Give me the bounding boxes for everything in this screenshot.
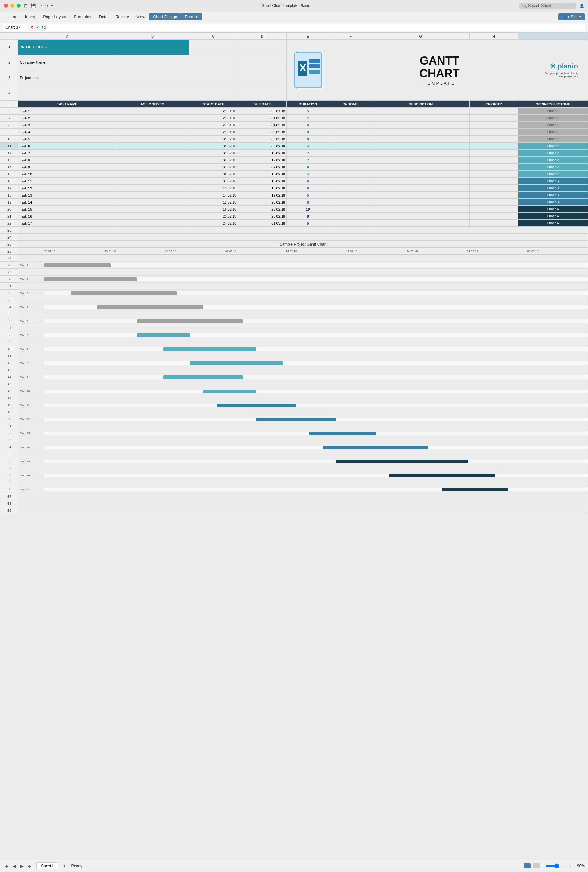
start-1[interactable]: 25.01.18 [189, 108, 238, 115]
phase-7[interactable]: Phase 2 [518, 150, 588, 157]
col-header-B[interactable]: B [116, 33, 189, 40]
done-16[interactable] [329, 213, 372, 220]
duration-12[interactable]: 6 [286, 185, 329, 192]
done-17[interactable] [329, 220, 372, 227]
start-9[interactable]: 03.02.18 [189, 164, 238, 171]
cell-name-box[interactable]: Chart 3 ▾ [3, 24, 28, 31]
desc-3[interactable] [372, 122, 469, 129]
start-15[interactable]: 16.02.18 [189, 206, 238, 213]
phase-2[interactable]: Phase 1 [518, 115, 588, 122]
start-17[interactable]: 24.02.18 [189, 220, 238, 227]
page-view-icon[interactable] [532, 863, 540, 869]
phase-13[interactable]: Phase 3 [518, 192, 588, 199]
task-name-3[interactable]: Task 3 [18, 122, 116, 129]
assigned-17[interactable] [116, 220, 189, 227]
desc-15[interactable] [372, 206, 469, 213]
assigned-1[interactable] [116, 108, 189, 115]
duration-8[interactable]: 7 [286, 157, 329, 164]
menu-format[interactable]: Format [181, 13, 202, 20]
duration-17[interactable]: 5 [286, 220, 329, 227]
start-6[interactable]: 01.02.18 [189, 143, 238, 150]
due-5[interactable]: 09.02.18 [238, 136, 286, 143]
desc-6[interactable] [372, 143, 469, 150]
done-3[interactable] [329, 122, 372, 129]
done-12[interactable] [329, 185, 372, 192]
priority-13[interactable] [470, 192, 518, 199]
nav-next[interactable]: ▶ [19, 863, 25, 869]
task-name-6[interactable]: Task 6 [18, 143, 116, 150]
col-header-A[interactable]: A [18, 33, 116, 40]
account-icon[interactable]: 👤 [579, 3, 584, 8]
done-14[interactable] [329, 199, 372, 206]
task-name-14[interactable]: Task 14 [18, 199, 116, 206]
duration-5[interactable]: 8 [286, 136, 329, 143]
redo-icon[interactable]: ↪ [45, 3, 48, 8]
duration-6[interactable]: 4 [286, 143, 329, 150]
insert-function-icon[interactable]: ƒx [41, 25, 46, 30]
duration-3[interactable]: 8 [286, 122, 329, 129]
task-name-4[interactable]: Task 4 [18, 129, 116, 136]
due-17[interactable]: 01.03.18 [238, 220, 286, 227]
start-13[interactable]: 14.02.18 [189, 192, 238, 199]
done-8[interactable] [329, 157, 372, 164]
done-1[interactable] [329, 108, 372, 115]
done-9[interactable] [329, 164, 372, 171]
duration-11[interactable]: 6 [286, 178, 329, 185]
project-lead-cell[interactable]: Project Lead [18, 70, 116, 85]
assigned-13[interactable] [116, 192, 189, 199]
priority-4[interactable] [470, 129, 518, 136]
assigned-6[interactable] [116, 143, 189, 150]
task-name-10[interactable]: Task 10 [18, 171, 116, 178]
done-7[interactable] [329, 150, 372, 157]
phase-9[interactable]: Phase 2 [518, 164, 588, 171]
done-15[interactable] [329, 206, 372, 213]
due-9[interactable]: 09.02.18 [238, 164, 286, 171]
task-name-1[interactable]: Task 1 [18, 108, 116, 115]
priority-9[interactable] [470, 164, 518, 171]
due-2[interactable]: 01.02.18 [238, 115, 286, 122]
start-11[interactable]: 07.02.18 [189, 178, 238, 185]
menu-data[interactable]: Data [95, 13, 111, 20]
col-header-G[interactable]: G [372, 33, 469, 40]
sheet-tab-1[interactable]: Sheet1 [36, 863, 58, 869]
start-5[interactable]: 01.02.18 [189, 136, 238, 143]
start-2[interactable]: 25.01.18 [189, 115, 238, 122]
desc-16[interactable] [372, 213, 469, 220]
done-4[interactable] [329, 129, 372, 136]
add-sheet-button[interactable]: + [61, 863, 68, 869]
desc-11[interactable] [372, 178, 469, 185]
project-title-cell[interactable]: PROJECT TITLE [18, 40, 189, 55]
phase-11[interactable]: Phase 3 [518, 178, 588, 185]
duration-16[interactable]: 8 [286, 213, 329, 220]
desc-7[interactable] [372, 150, 469, 157]
desc-17[interactable] [372, 220, 469, 227]
assigned-8[interactable] [116, 157, 189, 164]
done-6[interactable] [329, 143, 372, 150]
start-14[interactable]: 15.02.18 [189, 199, 238, 206]
priority-7[interactable] [470, 150, 518, 157]
priority-8[interactable] [470, 157, 518, 164]
formula-input[interactable] [48, 24, 585, 31]
priority-2[interactable] [470, 115, 518, 122]
assigned-5[interactable] [116, 136, 189, 143]
maximize-button[interactable] [16, 3, 21, 7]
task-name-13[interactable]: Task 13 [18, 192, 116, 199]
start-10[interactable]: 06.02.18 [189, 171, 238, 178]
start-3[interactable]: 27.01.18 [189, 122, 238, 129]
priority-15[interactable] [470, 206, 518, 213]
start-8[interactable]: 05.02.18 [189, 157, 238, 164]
zoom-slider[interactable] [546, 863, 571, 869]
desc-14[interactable] [372, 199, 469, 206]
phase-8[interactable]: Phase 2 [518, 157, 588, 164]
desc-13[interactable] [372, 192, 469, 199]
menu-home[interactable]: Home [3, 13, 21, 20]
desc-10[interactable] [372, 171, 469, 178]
phase-12[interactable]: Phase 3 [518, 185, 588, 192]
start-16[interactable]: 20.02.18 [189, 213, 238, 220]
phase-5[interactable]: Phase 1 [518, 136, 588, 143]
duration-2[interactable]: 7 [286, 115, 329, 122]
desc-9[interactable] [372, 164, 469, 171]
task-name-8[interactable]: Task 8 [18, 157, 116, 164]
due-15[interactable]: 26.02.18 [238, 206, 286, 213]
col-header-F[interactable]: F [329, 33, 372, 40]
